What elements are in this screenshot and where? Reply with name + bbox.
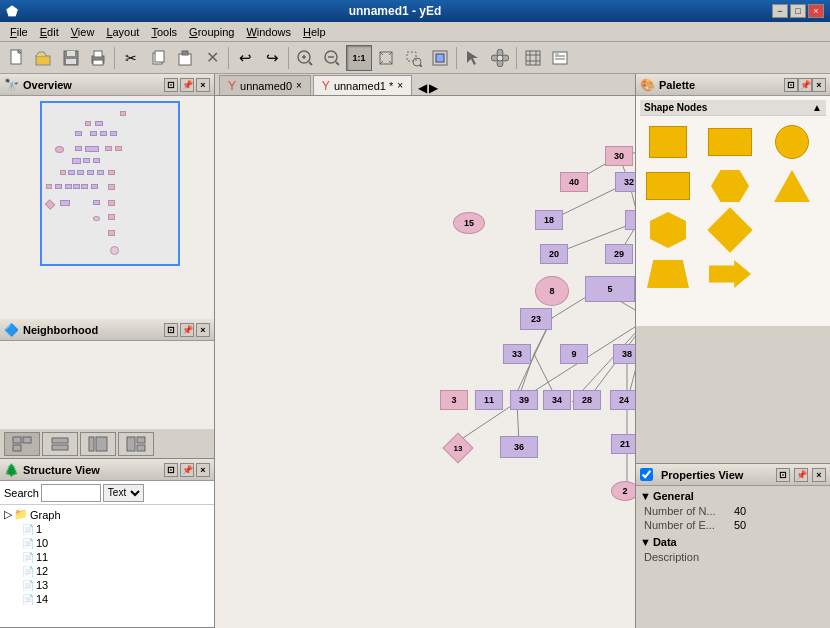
structure-restore-button[interactable]: ⊡ — [164, 463, 178, 477]
tab-all[interactable] — [4, 432, 40, 456]
properties-button[interactable] — [547, 45, 573, 71]
zoom-area-button[interactable] — [427, 45, 453, 71]
tab-prev-button[interactable]: ◀ — [418, 81, 427, 95]
save-button[interactable] — [58, 45, 84, 71]
menu-grouping[interactable]: Grouping — [183, 24, 240, 40]
menu-layout[interactable]: Layout — [100, 24, 145, 40]
canvas-tab-unnamed1-close[interactable]: × — [397, 80, 403, 91]
menu-view[interactable]: View — [65, 24, 101, 40]
tree-item-12[interactable]: 📄 12 — [2, 564, 212, 578]
grid-button[interactable] — [520, 45, 546, 71]
graph-node-30[interactable]: 30 — [605, 146, 633, 166]
zoom-fit-button[interactable] — [373, 45, 399, 71]
paste-button[interactable] — [172, 45, 198, 71]
graph-node-40[interactable]: 40 — [560, 172, 588, 192]
neighborhood-close-button[interactable]: × — [196, 323, 210, 337]
graph-node-5[interactable]: 5 — [585, 276, 635, 302]
palette-shape-triangle[interactable] — [766, 166, 818, 206]
tab-next-button[interactable]: ▶ — [429, 81, 438, 95]
graph-node-29[interactable]: 29 — [605, 244, 633, 264]
palette-shape-diamond[interactable] — [704, 210, 756, 250]
palette-shape-rect-wide[interactable] — [704, 122, 756, 162]
palette-shape-circle[interactable] — [766, 122, 818, 162]
cut-button[interactable]: ✂ — [118, 45, 144, 71]
tree-item-1[interactable]: 📄 1 — [2, 522, 212, 536]
graph-node-38[interactable]: 38 — [613, 344, 635, 364]
tree-item-11[interactable]: 📄 11 — [2, 550, 212, 564]
prop-section-general-header[interactable]: ▼ General — [640, 490, 826, 502]
tab-view-4[interactable] — [118, 432, 154, 456]
graph-node-32[interactable]: 32 — [615, 172, 635, 192]
undo-button[interactable]: ↩ — [232, 45, 258, 71]
palette-pin-button[interactable]: 📌 — [798, 78, 812, 92]
zoom-select-button[interactable] — [400, 45, 426, 71]
graph-node-28[interactable]: 28 — [573, 390, 601, 410]
copy-button[interactable] — [145, 45, 171, 71]
palette-close-button[interactable]: × — [812, 78, 826, 92]
graph-node-33[interactable]: 33 — [503, 344, 531, 364]
menu-tools[interactable]: Tools — [145, 24, 183, 40]
palette-shape-square[interactable] — [642, 122, 694, 162]
new-button[interactable] — [4, 45, 30, 71]
prop-section-data-header[interactable]: ▼ Data — [640, 536, 826, 548]
tree-item-10[interactable]: 📄 10 — [2, 536, 212, 550]
delete-button[interactable]: ✕ — [199, 45, 225, 71]
structure-pin-button[interactable]: 📌 — [180, 463, 194, 477]
properties-pin-button[interactable]: 📌 — [794, 468, 808, 482]
zoom-out-button[interactable] — [319, 45, 345, 71]
graph-canvas[interactable]: 1 30 25 40 32 15 18 4 20 29 35 26 8 — [215, 96, 635, 628]
neighborhood-restore-button[interactable]: ⊡ — [164, 323, 178, 337]
overview-close-button[interactable]: × — [196, 78, 210, 92]
palette-shape-rect2[interactable] — [642, 166, 694, 206]
canvas-tab-unnamed1[interactable]: Y unnamed1 * × — [313, 75, 412, 95]
graph-node-2[interactable]: 2 — [611, 481, 635, 501]
search-type-select[interactable]: Text — [103, 484, 144, 502]
zoom-in-button[interactable] — [292, 45, 318, 71]
properties-checkbox[interactable] — [640, 468, 653, 481]
tree-item-14[interactable]: 📄 14 — [2, 592, 212, 606]
tree-item-graph[interactable]: ▷ 📁 Graph — [2, 507, 212, 522]
neighborhood-pin-button[interactable]: 📌 — [180, 323, 194, 337]
graph-node-8[interactable]: 8 — [535, 276, 569, 306]
open-button[interactable] — [31, 45, 57, 71]
search-input[interactable] — [41, 484, 101, 502]
menu-windows[interactable]: Windows — [240, 24, 297, 40]
tab-view-2[interactable] — [42, 432, 78, 456]
structure-close-button[interactable]: × — [196, 463, 210, 477]
graph-node-21[interactable]: 21 — [611, 434, 635, 454]
mini-graph[interactable] — [0, 96, 214, 319]
menu-file[interactable]: File — [4, 24, 34, 40]
pan-mode-button[interactable] — [487, 45, 513, 71]
graph-node-39[interactable]: 39 — [510, 390, 538, 410]
menu-edit[interactable]: Edit — [34, 24, 65, 40]
graph-node-3[interactable]: 3 — [440, 390, 468, 410]
minimize-button[interactable]: − — [772, 4, 788, 18]
redo-button[interactable]: ↪ — [259, 45, 285, 71]
canvas-tab-unnamed0-close[interactable]: × — [296, 80, 302, 91]
tab-view-3[interactable] — [80, 432, 116, 456]
graph-node-15[interactable]: 15 — [453, 212, 485, 234]
palette-shape-trapezoid[interactable] — [642, 254, 694, 294]
graph-node-18[interactable]: 18 — [535, 210, 563, 230]
print-button[interactable] — [85, 45, 111, 71]
palette-shape-arrow[interactable] — [704, 254, 756, 294]
palette-section-collapse[interactable]: ▲ — [812, 102, 822, 113]
overview-pin-button[interactable]: 📌 — [180, 78, 194, 92]
tree-item-13[interactable]: 📄 13 — [2, 578, 212, 592]
menu-help[interactable]: Help — [297, 24, 332, 40]
palette-restore-button[interactable]: ⊡ — [784, 78, 798, 92]
properties-restore-button[interactable]: ⊡ — [776, 468, 790, 482]
palette-shape-hexagon2[interactable] — [642, 210, 694, 250]
palette-shape-hexagon[interactable] — [704, 166, 756, 206]
select-mode-button[interactable] — [460, 45, 486, 71]
graph-node-9[interactable]: 9 — [560, 344, 588, 364]
graph-node-13[interactable]: 13 — [443, 434, 473, 462]
properties-close-button[interactable]: × — [812, 468, 826, 482]
zoom-100-button[interactable]: 1:1 — [346, 45, 372, 71]
graph-node-20[interactable]: 20 — [540, 244, 568, 264]
canvas-tab-unnamed0[interactable]: Y unnamed0 × — [219, 75, 311, 95]
graph-node-4[interactable]: 4 — [625, 210, 635, 230]
overview-restore-button[interactable]: ⊡ — [164, 78, 178, 92]
graph-node-36b[interactable]: 36 — [500, 436, 538, 458]
graph-node-24[interactable]: 24 — [610, 390, 635, 410]
